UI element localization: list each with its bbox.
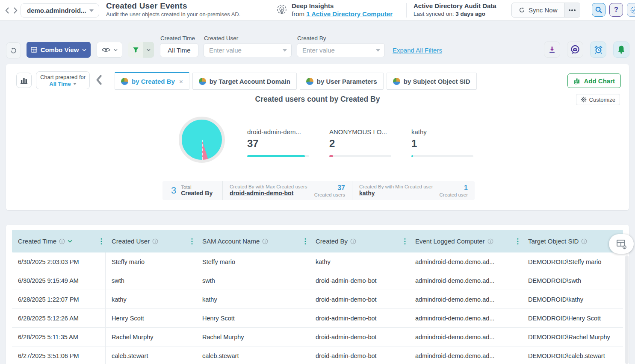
column-header-event-logged-computer[interactable]: Event Logged Computer [409,230,522,252]
column-menu-button[interactable] [304,238,306,245]
download-icon [548,46,556,53]
legend-value: 2 [329,138,393,150]
column-menu-button[interactable] [191,238,193,245]
alert-schedule-button[interactable] [590,41,606,58]
help-button[interactable]: ? [609,3,623,17]
filter-button[interactable] [128,42,154,58]
column-menu-button[interactable] [100,238,102,245]
workspace-selector[interactable]: demo.admindroid... [21,3,99,18]
tabs-scroll-left-button[interactable] [96,74,102,85]
table-row[interactable]: 6/27/2025 3:51:06 PMcaleb.stewartcaleb.s… [12,346,623,364]
created-user-filter-input[interactable]: Enter value [204,43,292,57]
column-visibility-button[interactable] [97,42,122,58]
table-row[interactable]: 6/30/2025 2:03:03 PMSteffy marioSteffy m… [12,252,623,271]
chevron-down-icon [73,83,77,85]
forward-button[interactable] [11,5,20,15]
pie-chart[interactable] [179,117,225,163]
column-menu-icon [191,238,193,245]
info-icon [350,238,356,244]
table-cell: admindroid-demo.demo.ad... [409,309,522,327]
column-menu-icon [304,238,306,245]
legend-item[interactable]: ANONYMOUS LO...2 [329,128,393,157]
legend-bar-fill [411,155,413,157]
legend-label: droid-admin-dem... [247,128,311,135]
min-created-by-link[interactable]: kathy [359,190,375,197]
table-cell: 6/30/2025 2:03:03 PM [12,252,106,271]
chart-type-button[interactable] [16,73,32,88]
table-row[interactable]: 6/28/2025 5:12:26 AMHenry ScottHenry Sco… [12,309,623,328]
table-cell: Henry Scott [106,309,196,327]
tab-by-user-parameters[interactable]: by User Parameters [300,73,384,90]
tab-by-created-by[interactable]: by Created By× [115,72,189,90]
column-header-target-object-sid[interactable]: Target Object SID [522,230,623,252]
chart-panel: Chart prepared for All Time by Created B… [6,64,629,210]
download-button[interactable] [544,41,560,58]
legend-bar [329,155,391,157]
ellipsis-icon [571,9,573,11]
refresh-icon [519,7,525,13]
tab-by-subject-object-sid[interactable]: by Subject Object SID [387,73,477,90]
legend-bar-fill [329,155,333,157]
feedback-button[interactable] [567,41,583,58]
search-button[interactable] [592,3,605,17]
max-created-by-link[interactable]: droid-admin-demo-bot [230,190,293,197]
expand-all-filters-link[interactable]: Expand All Filters [393,47,442,54]
chevron-down-icon [114,49,118,51]
header-divider [406,3,407,18]
column-header-created-user[interactable]: Created User [106,230,196,252]
sync-now-label: Sync Now [529,6,558,14]
column-menu-button[interactable] [517,238,519,245]
last-synced-text: Last synced on: 3 days ago [413,11,496,17]
notifications-button[interactable] [613,41,629,58]
chart-prepared-for-selector[interactable]: Chart prepared for All Time [36,71,90,89]
chevron-down-icon [283,49,287,52]
table-row[interactable]: 6/28/2025 5:11:35 AMRachel MurphyRachel … [12,328,623,346]
back-button[interactable] [3,5,11,15]
sort-desc-icon [68,240,72,243]
close-icon[interactable]: × [179,78,183,85]
legend-value: 37 [247,138,311,150]
filter-dropdown-segment[interactable] [143,42,154,58]
legend-label: kathy [411,128,476,135]
pie-chart-icon [199,78,206,85]
table-row[interactable]: 6/30/2025 9:15:49 AMswthswthdroid-admin-… [12,271,623,290]
table-body: 6/30/2025 2:03:03 PMSteffy marioSteffy m… [12,252,623,364]
workspace-label: demo.admindroid... [27,7,89,14]
sync-now-button[interactable]: Sync Now [512,3,564,17]
column-settings-button[interactable] [609,234,634,254]
more-options-button[interactable] [564,3,580,17]
table-cell: kathy [196,290,310,308]
min-unit: Created user [440,192,468,197]
add-chart-button[interactable]: Add Chart [567,73,621,88]
column-header-created-by[interactable]: Created By [310,230,409,252]
ad-computer-link[interactable]: 1 Active Directory Computer [306,10,393,18]
min-caption: Created By with Min Created user [359,184,433,189]
add-chart-icon [573,77,581,85]
table-cell: kathy [310,252,409,271]
column-header-created-time[interactable]: Created Time [12,230,106,252]
min-value: 1 [440,184,468,192]
clock-check-icon [630,6,635,14]
scheduled-check-button[interactable] [627,3,635,17]
created-time-filter[interactable]: All Time [160,43,198,57]
max-value: 37 [314,184,345,192]
legend-item[interactable]: droid-admin-dem...37 [247,128,311,157]
table-row[interactable]: 6/28/2025 1:22:07 PMkathykathydroid-admi… [12,290,623,309]
table-cell: swth [106,271,196,290]
combo-view-button[interactable]: Combo View [27,42,91,58]
table-cell: Steffy mario [196,252,310,271]
table-scrollbar[interactable] [625,255,629,364]
table-cell: admindroid-demo.demo.ad... [409,346,522,364]
tab-by-target-account-domain[interactable]: by Target Account Domain [192,73,297,90]
table-cell: DEMODROID\Rachel Murphy [522,328,623,346]
legend-item[interactable]: kathy1 [411,128,476,157]
total-label: Created By [181,190,213,197]
column-menu-button[interactable] [404,238,406,245]
created-by-filter-input[interactable]: Enter value [297,43,385,57]
chart-summary-strip: 3 Total Created By Created By with Max C… [162,181,475,200]
column-header-sam-account-name[interactable]: SAM Account Name [196,230,310,252]
filter-funnel-segment[interactable] [128,42,143,58]
reload-button[interactable] [6,42,21,59]
audit-data-title: Active Directory Audit Data [413,2,496,9]
deep-insights-title: Deep Insights [292,2,393,9]
